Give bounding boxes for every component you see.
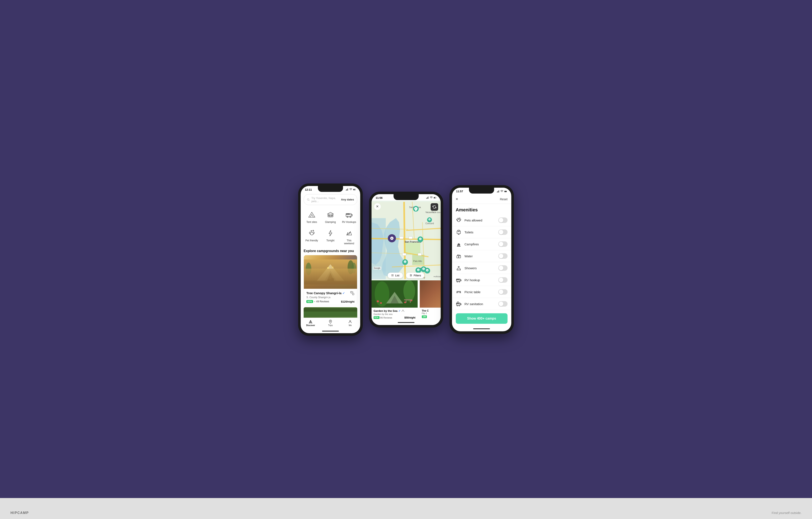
phone-2-screen: 11:56: [372, 194, 441, 325]
toggle-rv-san[interactable]: [498, 301, 508, 307]
camp-name-row-1: Tree Canopy Shangri-la ✓: [307, 291, 354, 296]
amenity-campfires-label: Campfires: [465, 242, 495, 246]
section-title: Explore campgrounds near you: [301, 248, 360, 255]
svg-point-85: [410, 276, 411, 276]
toggle-pets[interactable]: [498, 217, 508, 223]
tent-icon-badge: [402, 309, 404, 312]
filters-icon: [409, 274, 412, 277]
map-close-button[interactable]: ✕: [374, 203, 381, 210]
svg-rect-129: [457, 303, 458, 304]
map-listing-1[interactable]: Garden by the Sea ✓ Garden by the sea 91…: [372, 280, 417, 321]
svg-rect-113: [460, 280, 461, 281]
svg-rect-99: [499, 190, 499, 192]
list-icon: [391, 274, 394, 277]
nav-discover[interactable]: Discover: [301, 320, 321, 327]
category-this-weekend[interactable]: This weekend: [340, 226, 358, 247]
me-icon: [348, 320, 352, 324]
svg-rect-12: [351, 214, 352, 216]
campfires-icon: [456, 241, 462, 247]
map-listing-1-verified: ✓: [398, 309, 401, 312]
nav-me[interactable]: Me: [340, 320, 360, 327]
toggle-water[interactable]: [498, 253, 508, 259]
brand-name: HIPCAMP: [10, 511, 29, 515]
notch-2: [394, 194, 419, 200]
toggle-rv-hookup[interactable]: [498, 277, 508, 283]
list-button[interactable]: List: [388, 273, 403, 278]
toggle-showers[interactable]: [498, 265, 508, 271]
search-icon: [307, 198, 310, 201]
svg-point-108: [458, 256, 459, 257]
map-svg: 580 580 280 101 Santa Rosa Vacaville: [372, 201, 441, 280]
svg-rect-117: [457, 279, 458, 280]
svg-rect-38: [428, 197, 428, 199]
status-icons-3: [497, 190, 507, 193]
svg-rect-119: [457, 291, 461, 292]
rv-icon: [345, 210, 354, 219]
pets-icon: [456, 217, 462, 223]
list-label: List: [395, 274, 399, 277]
status-time-1: 12:11: [305, 188, 312, 191]
svg-rect-25: [304, 280, 357, 284]
notch-3: [469, 188, 494, 194]
toilets-icon: [456, 229, 462, 235]
svg-point-126: [457, 305, 458, 306]
wifi-icon-2: [430, 196, 433, 199]
map-refresh-button[interactable]: [431, 203, 438, 211]
map-listing-1-reviews: 86 Reviews: [380, 317, 392, 319]
toggle-picnic[interactable]: [498, 289, 508, 295]
nav-trips[interactable]: Trips: [321, 320, 341, 327]
rating-badge-map-1: 91%: [374, 316, 379, 319]
home-indicator-2: [372, 321, 441, 325]
svg-text:A: A: [429, 219, 430, 220]
svg-rect-39: [428, 196, 428, 199]
svg-point-131: [458, 302, 459, 302]
svg-text:A: A: [420, 238, 421, 240]
phone-1-screen: 12:11 Try Yosemite, Napa, pets... Any da…: [301, 186, 360, 333]
svg-point-26: [327, 267, 329, 269]
category-tonight[interactable]: Tonight: [321, 226, 339, 247]
camp-card-2-preview: [303, 307, 357, 318]
lightning-icon: [326, 228, 335, 238]
map-listing-1-image: [372, 280, 417, 308]
amenities-close-button[interactable]: ×: [456, 197, 458, 201]
toggle-toilets[interactable]: [498, 229, 508, 235]
category-rv-hookups[interactable]: RV Hookups: [340, 208, 358, 225]
amenities-reset-button[interactable]: Reset: [500, 197, 508, 201]
pet-icon: [307, 228, 316, 238]
show-camps-button[interactable]: Show 400+ camps: [456, 313, 508, 324]
svg-rect-130: [458, 303, 459, 304]
svg-rect-52: [402, 253, 406, 256]
share-icon[interactable]: [350, 291, 354, 296]
svg-rect-33: [303, 311, 357, 317]
camp-card-1[interactable]: Tree Canopy Shangri-la ✓ S. County Shang…: [303, 255, 357, 305]
glamping-icon: [326, 210, 335, 219]
svg-rect-51: [409, 236, 412, 239]
svg-point-103: [459, 218, 460, 219]
status-time-3: 11:57: [456, 190, 463, 193]
amenity-water: Water: [452, 250, 511, 262]
refresh-icon: [433, 205, 436, 209]
svg-rect-30: [350, 291, 352, 293]
svg-rect-29: [331, 278, 334, 280]
toggle-campfires[interactable]: [498, 241, 508, 247]
category-tent-sites[interactable]: Tent sites: [303, 208, 321, 225]
home-indicator-1: [301, 330, 360, 333]
svg-text:A: A: [415, 208, 416, 210]
amenity-rv-hookup: RV hookup: [452, 274, 511, 286]
notch-1: [318, 186, 343, 192]
search-bar[interactable]: Try Yosemite, Napa, pets... Any dates: [303, 194, 357, 205]
category-pet-friendly[interactable]: Pet friendly: [303, 226, 321, 247]
category-glamping[interactable]: Glamping: [321, 208, 339, 225]
map-listing-1-bottom: 91% 86 Reviews $50/night: [374, 316, 415, 319]
svg-text:Vacaville: Vacaville: [425, 211, 434, 213]
svg-point-83: [410, 274, 411, 275]
filters-button[interactable]: Filters: [406, 273, 424, 278]
status-bar-1: 12:11: [301, 186, 360, 192]
map-listing-2[interactable]: The C Flip J 100: [420, 280, 441, 321]
wifi-icon-1: [349, 188, 352, 191]
svg-point-91: [404, 302, 406, 303]
map-area[interactable]: 580 580 280 101 Santa Rosa Vacaville: [372, 201, 441, 280]
svg-rect-31: [352, 293, 354, 295]
amenities-list: Pets allowed: [452, 214, 511, 310]
phone-3: 11:57 × Reset Amenities: [450, 185, 514, 334]
